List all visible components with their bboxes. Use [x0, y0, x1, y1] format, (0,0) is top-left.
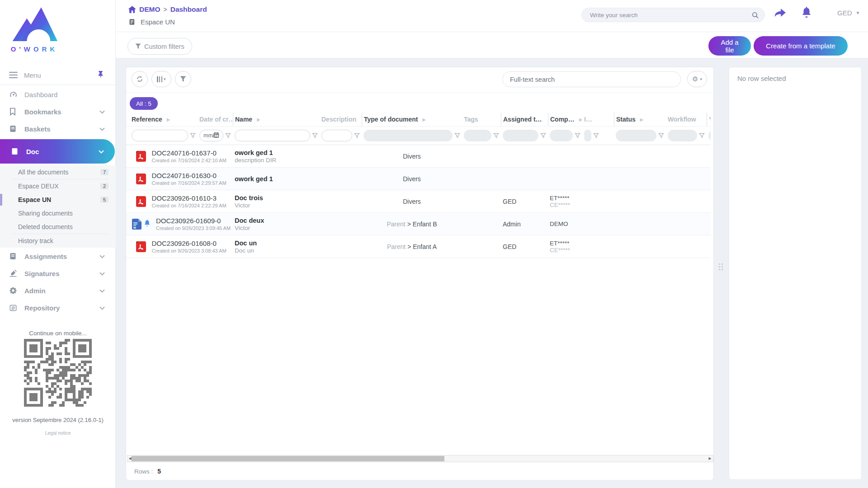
- filter-select[interactable]: [363, 130, 453, 141]
- type-cell: Parent> Enfant B: [362, 213, 462, 235]
- filter-input[interactable]: [239, 132, 306, 139]
- filter-text-input[interactable]: [321, 130, 352, 141]
- filter-date-input[interactable]: mm/d: [199, 130, 223, 141]
- sidebar-item-dashboard[interactable]: Dashboard: [0, 86, 116, 103]
- column-header-assigned-t-[interactable]: Assigned t…: [501, 113, 548, 126]
- sidebar-subitem-all-the-documents[interactable]: All the documents7: [0, 165, 116, 179]
- scrollbar-thumb[interactable]: [132, 456, 444, 461]
- sidebar-item-admin[interactable]: Admin: [0, 282, 116, 299]
- column-header-status[interactable]: Status▶: [614, 113, 666, 126]
- filter-cell-comp-: [548, 127, 582, 145]
- sidebar-item-signatures[interactable]: Signatures: [0, 265, 116, 282]
- refresh-button[interactable]: [132, 71, 148, 87]
- funnel-icon[interactable]: [454, 133, 460, 138]
- funnel-icon[interactable]: [190, 133, 196, 138]
- sidebar-subitem-espace-deux[interactable]: Espace DEUX2: [0, 179, 116, 193]
- filter-select[interactable]: [668, 130, 697, 141]
- funnel-icon[interactable]: [354, 133, 360, 138]
- sidebar-subitem-deleted-documents[interactable]: Deleted documents: [0, 220, 116, 234]
- menu-label: Menu: [24, 71, 97, 79]
- custom-filters-button[interactable]: Custom filters: [127, 38, 192, 55]
- column-header-reference[interactable]: Reference▶: [130, 113, 198, 126]
- sort-arrow-icon[interactable]: ▶: [167, 117, 170, 122]
- funnel-icon[interactable]: [699, 133, 705, 138]
- sidebar-subitem-sharing-documents[interactable]: Sharing documents: [0, 206, 116, 220]
- sort-arrow-icon[interactable]: ▶: [423, 117, 426, 122]
- reference-cell: DOC230926-01608-0Created on 9/26/2023 3:…: [130, 235, 233, 258]
- filter-select[interactable]: [550, 130, 573, 141]
- home-icon[interactable]: [128, 6, 136, 13]
- column-header-y-[interactable]: Y…: [707, 113, 711, 126]
- company-value: CE*****: [550, 247, 612, 253]
- hamburger-icon[interactable]: [9, 72, 18, 79]
- funnel-icon[interactable]: [540, 133, 546, 138]
- filter-select[interactable]: [503, 130, 538, 141]
- table-row[interactable]: DOC230926-01610-3Created on 7/16/2024 2:…: [126, 190, 711, 213]
- pin-icon[interactable]: [97, 70, 104, 80]
- filter-text-input[interactable]: [132, 130, 188, 141]
- filter-select[interactable]: [584, 130, 591, 141]
- sort-arrow-icon[interactable]: ▶: [579, 117, 582, 122]
- legal-notice-link[interactable]: Legal notice: [0, 430, 116, 436]
- funnel-icon[interactable]: [575, 133, 580, 138]
- sidebar-subitem-history-track[interactable]: History track: [0, 234, 116, 248]
- bell-icon[interactable]: [801, 6, 812, 20]
- add-file-button[interactable]: Add a file: [708, 36, 751, 56]
- breadcrumb-root[interactable]: DEMO: [139, 5, 160, 14]
- column-header-date-of-cr-[interactable]: Date of cr…: [198, 113, 233, 126]
- sidebar-item-label: Doc: [26, 148, 99, 155]
- sidebar-item-label: Bookmarks: [24, 108, 99, 116]
- table-row[interactable]: DOC240716-01630-0Created on 7/16/2024 2:…: [126, 168, 711, 190]
- table-row[interactable]: DOC240716-01637-0Created on 7/16/2024 2:…: [126, 145, 711, 168]
- filter-select[interactable]: [616, 130, 656, 141]
- sort-arrow-icon[interactable]: ▶: [257, 117, 260, 122]
- fulltext-search[interactable]: [502, 71, 681, 87]
- filter-select[interactable]: [708, 130, 711, 141]
- tab-all-documents[interactable]: All : 5: [130, 97, 158, 110]
- user-dropdown[interactable]: GED ▼: [837, 9, 860, 17]
- sidebar-item-repository[interactable]: Repository: [0, 299, 116, 316]
- column-header-i-[interactable]: I…: [582, 113, 614, 126]
- page-subtitle: Espace UN: [128, 18, 175, 26]
- filter-input[interactable]: [136, 132, 184, 139]
- table-row[interactable]: DOC230926-01608-0Created on 9/26/2023 3:…: [126, 235, 711, 258]
- filter-input[interactable]: [326, 132, 348, 139]
- truncated-cell: E: [707, 168, 711, 190]
- funnel-icon[interactable]: [658, 133, 664, 138]
- table-row[interactable]: wDOC230926-01609-0Created on 9/26/2023 3…: [126, 213, 711, 235]
- global-search-input[interactable]: [590, 12, 751, 19]
- filter-text-input[interactable]: [235, 130, 310, 141]
- filter-select[interactable]: [464, 130, 491, 141]
- fulltext-search-input[interactable]: [510, 76, 673, 83]
- columns-button[interactable]: ▾: [151, 71, 171, 87]
- sidebar-subitem-espace-un[interactable]: Espace UN5: [0, 193, 116, 206]
- search-icon[interactable]: [751, 11, 759, 19]
- column-header-workflow[interactable]: Workflow: [666, 113, 707, 126]
- table-settings-button[interactable]: ⚙ ▾: [687, 71, 707, 87]
- sidebar-item-assignments[interactable]: Assignments: [0, 248, 116, 265]
- column-header-comp-[interactable]: Comp…▶: [548, 113, 582, 126]
- subitem-label: Deleted documents: [18, 223, 108, 230]
- sidebar-item-bookmarks[interactable]: Bookmarks: [0, 103, 116, 120]
- share-icon[interactable]: [774, 7, 786, 20]
- create-template-button[interactable]: Create from a template: [754, 36, 848, 56]
- column-header-type-of-document[interactable]: Type of document▶: [362, 113, 462, 126]
- funnel-icon[interactable]: [225, 133, 231, 138]
- calendar-icon[interactable]: [213, 131, 219, 140]
- breadcrumb-current[interactable]: Dashboard: [170, 5, 207, 14]
- sidebar-item-doc[interactable]: Doc: [0, 139, 115, 164]
- column-header-name[interactable]: Name▶: [233, 113, 320, 126]
- funnel-icon[interactable]: [493, 133, 499, 138]
- panel-resize-handle[interactable]: [719, 263, 723, 271]
- global-search[interactable]: [581, 8, 765, 22]
- sidebar-item-baskets[interactable]: Baskets: [0, 120, 116, 137]
- filter-button[interactable]: [175, 71, 191, 87]
- reference-cell: DOC230926-01610-3Created on 7/16/2024 2:…: [130, 190, 233, 212]
- funnel-icon[interactable]: [312, 133, 318, 138]
- column-header-description[interactable]: Description: [320, 113, 362, 126]
- sort-arrow-icon[interactable]: ▶: [640, 117, 644, 122]
- scrollbar-right-arrow[interactable]: ▶: [708, 456, 712, 460]
- horizontal-scrollbar[interactable]: ◀ ▶: [127, 455, 713, 462]
- funnel-icon[interactable]: [593, 133, 599, 138]
- column-header-tags[interactable]: Tags: [462, 113, 501, 126]
